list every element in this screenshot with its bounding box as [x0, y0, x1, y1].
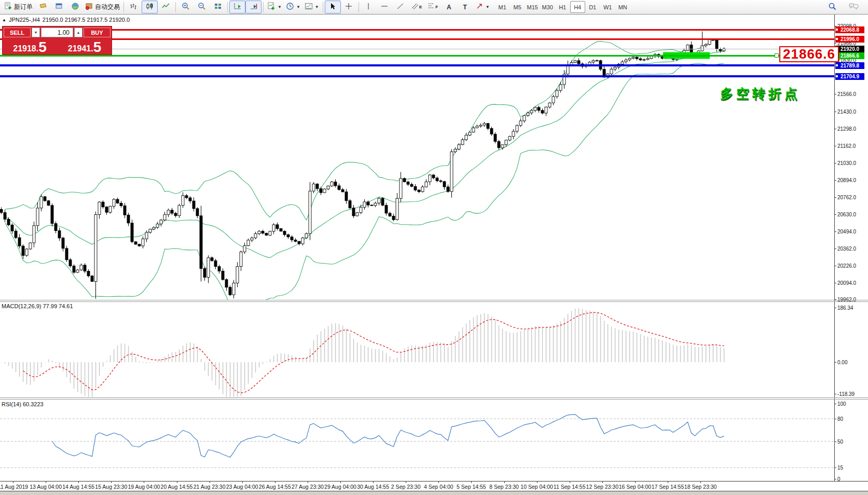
- buy-price-display[interactable]: 21941.5: [58, 39, 112, 54]
- support-line-1[interactable]: [0, 64, 834, 66]
- cursor-button[interactable]: [325, 1, 341, 13]
- search-button[interactable]: [824, 1, 841, 13]
- time-axis-label: 11 Aug 2019: [0, 484, 28, 490]
- zoom-in-icon: [182, 2, 190, 12]
- text-label-button[interactable]: T: [457, 1, 473, 13]
- time-axis-label: 20 Aug 14:55: [161, 484, 193, 490]
- timeframe-m15-button[interactable]: M15: [525, 1, 540, 13]
- indicators-button[interactable]: ▼: [265, 1, 284, 13]
- sell-button[interactable]: SELL: [4, 28, 31, 37]
- chart-shift-button[interactable]: [245, 1, 261, 13]
- arrows-button[interactable]: ▼: [473, 1, 492, 13]
- channel-icon: [411, 2, 419, 12]
- rsi-axis-label: 15: [837, 465, 843, 471]
- tile-icon: [214, 2, 222, 12]
- dropdown-arrow-icon[interactable]: ▼: [278, 5, 282, 9]
- timeframe-m1-button[interactable]: M1: [495, 1, 510, 13]
- ticket-icon: [39, 2, 47, 12]
- timeframe-m5-button[interactable]: M5: [510, 1, 525, 13]
- timeframe-h4-button[interactable]: H4: [570, 1, 585, 13]
- fibonacci-button[interactable]: F: [425, 1, 441, 13]
- time-axis-label: 11 Sep 14:55: [554, 484, 586, 490]
- resistance-line-2-badge: 21996.0: [835, 36, 864, 43]
- time-axis-label: 17 Sep 14:55: [652, 484, 684, 490]
- navigator-button[interactable]: [67, 1, 83, 13]
- periods-button[interactable]: ▼: [284, 1, 302, 13]
- price-tick: [834, 146, 836, 146]
- resistance-line-1[interactable]: [0, 29, 834, 31]
- macd-axis-label: -118.39: [837, 391, 855, 397]
- timeframe-w1-button[interactable]: W1: [600, 1, 615, 13]
- resistance-line-2[interactable]: [0, 38, 834, 40]
- pane-splitter[interactable]: [0, 300, 868, 300]
- dropdown-arrow-icon[interactable]: ▼: [296, 5, 300, 9]
- dropdown-arrow-icon[interactable]: ▼: [315, 5, 319, 9]
- candlestick-chart-button[interactable]: [142, 1, 158, 13]
- shift-icon: [250, 2, 258, 12]
- volume-input[interactable]: 1.00: [41, 28, 73, 37]
- auto-scroll-button[interactable]: [229, 1, 245, 13]
- horizontal-line-button[interactable]: [377, 1, 393, 13]
- crosshair-icon: [345, 2, 353, 12]
- tile-windows-button[interactable]: [210, 1, 226, 13]
- buy-button[interactable]: BUY: [84, 28, 111, 37]
- collapse-panel-icon[interactable]: ▲: [2, 18, 6, 22]
- trendline-button[interactable]: [393, 1, 409, 13]
- time-axis-border: [0, 481, 868, 482]
- macd-axis-tick: [834, 394, 836, 394]
- current-price-line[interactable]: [0, 49, 834, 49]
- price-tick: [834, 283, 836, 283]
- data-window-button[interactable]: [51, 1, 67, 13]
- timeframe-h1-button[interactable]: H1: [555, 1, 570, 13]
- support-line-2[interactable]: [0, 75, 834, 77]
- turning-point-annotation[interactable]: 多空转折点: [720, 85, 801, 102]
- pivot-line-badge: 21866.6: [835, 52, 864, 59]
- price-tick: [834, 180, 836, 181]
- dropdown-arrow-icon[interactable]: ▼: [486, 5, 490, 9]
- zoom-out-button[interactable]: [194, 1, 210, 13]
- time-axis-label: 13 Aug 04:00: [30, 484, 62, 490]
- buy-price-main: 21941.: [68, 44, 93, 54]
- line-anchor-handle[interactable]: [775, 53, 779, 58]
- templates-button[interactable]: ▼: [302, 1, 321, 13]
- macd-axis-tick: [834, 362, 836, 363]
- rsi-pane-content: [0, 415, 834, 468]
- market-watch-button[interactable]: [35, 1, 51, 13]
- crosshair-button[interactable]: [341, 1, 357, 13]
- time-axis-label: 4 Sep 04:00: [424, 484, 453, 490]
- price-tick: [834, 197, 836, 198]
- timeframe-group: M1M5M15M30H1H4D1W1MN: [495, 1, 630, 13]
- bar-chart-button[interactable]: [126, 1, 142, 13]
- pane-splitter[interactable]: [0, 399, 868, 400]
- volume-decrease-button[interactable]: ▼: [32, 28, 40, 37]
- chart-bars-icon: [130, 2, 138, 12]
- pivot-line[interactable]: [0, 55, 834, 57]
- fibo-icon: [428, 2, 435, 12]
- price-callout-label[interactable]: 21866.6: [779, 46, 839, 62]
- vertical-line-button[interactable]: [361, 1, 377, 13]
- main-toolbar: 新订单自动交易▼▼▼EFAT▼M1M5M15M30H1H4D1W1MN: [0, 0, 868, 15]
- price-tick: [834, 43, 836, 44]
- price-axis-label: 21430.0: [837, 108, 856, 114]
- sell-price-display[interactable]: 21918.5: [3, 39, 57, 54]
- price-axis-label: 21298.0: [837, 126, 856, 131]
- volume-increase-button[interactable]: ▲: [74, 28, 82, 37]
- timeframe-m30-button[interactable]: M30: [540, 1, 555, 13]
- new-order-button[interactable]: 新订单: [2, 1, 35, 13]
- pane-splitter[interactable]: [0, 397, 868, 398]
- line-chart-button[interactable]: [158, 1, 174, 13]
- badge-notch: [836, 64, 838, 66]
- pane-splitter[interactable]: [0, 301, 868, 302]
- time-axis-label: 14 Aug 14:55: [62, 484, 94, 490]
- current-price-line-badge: 21920.0: [835, 46, 864, 52]
- timeframe-d1-button[interactable]: D1: [585, 1, 600, 13]
- zoom-in-button[interactable]: [177, 1, 194, 13]
- price-tick: [834, 266, 836, 266]
- timeframe-mn-button[interactable]: MN: [615, 1, 630, 13]
- text-button[interactable]: A: [441, 1, 457, 13]
- chat-button[interactable]: [846, 1, 862, 13]
- auto-trading-button[interactable]: 自动交易: [83, 1, 122, 13]
- equidistant-channel-button[interactable]: E: [409, 1, 425, 13]
- text-button-glyph: A: [447, 4, 451, 11]
- time-axis-label: 30 Aug 14:55: [357, 484, 389, 490]
